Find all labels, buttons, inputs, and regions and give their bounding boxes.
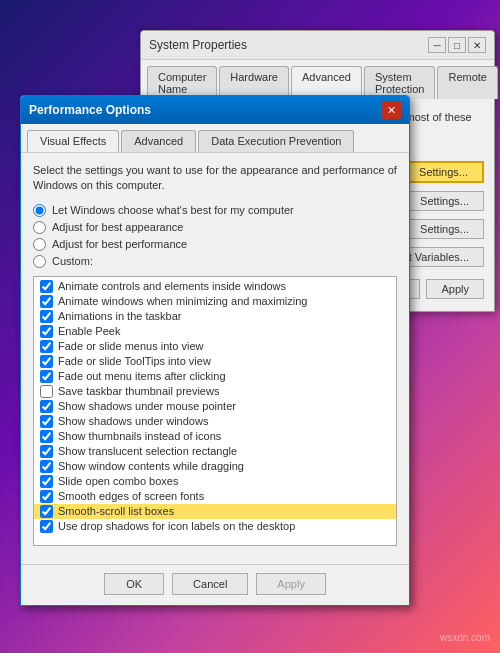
checkbox-list-container[interactable]: Animate controls and elements inside win… [33,276,397,546]
checkbox-item[interactable]: Animations in the taskbar [34,309,396,324]
perf-tabs: Visual Effects Advanced Data Execution P… [21,124,409,153]
checkbox-label: Show translucent selection rectangle [58,445,237,457]
checkbox-input[interactable] [40,520,53,533]
close-button[interactable]: ✕ [468,37,486,53]
checkbox-input[interactable] [40,385,53,398]
checkbox-item[interactable]: Show window contents while dragging [34,459,396,474]
checkbox-input[interactable] [40,340,53,353]
perf-tab-visual-effects[interactable]: Visual Effects [27,130,119,152]
checkbox-label: Animate windows when minimizing and maxi… [58,295,307,307]
checkbox-label: Smooth edges of screen fonts [58,490,204,502]
checkbox-input[interactable] [40,445,53,458]
checkbox-item[interactable]: Save taskbar thumbnail previews [34,384,396,399]
checkbox-label: Fade or slide menus into view [58,340,204,352]
checkbox-label: Use drop shadows for icon labels on the … [58,520,295,532]
checkbox-input[interactable] [40,475,53,488]
apply-button[interactable]: Apply [256,573,326,595]
checkbox-item[interactable]: Use drop shadows for icon labels on the … [34,519,396,534]
radio-best-appearance-input[interactable] [33,221,46,234]
checkbox-input[interactable] [40,505,53,518]
checkbox-label: Show thumbnails instead of icons [58,430,221,442]
checkbox-input[interactable] [40,460,53,473]
radio-best-performance[interactable]: Adjust for best performance [33,238,397,251]
checkbox-item[interactable]: Smooth-scroll list boxes [34,504,396,519]
checkbox-label: Show window contents while dragging [58,460,244,472]
radio-best-performance-input[interactable] [33,238,46,251]
performance-options-window: Performance Options ✕ Visual Effects Adv… [20,95,410,606]
checkbox-item[interactable]: Animate windows when minimizing and maxi… [34,294,396,309]
checkbox-item[interactable]: Enable Peek [34,324,396,339]
checkbox-item[interactable]: Slide open combo boxes [34,474,396,489]
checkbox-input[interactable] [40,370,53,383]
checkbox-label: Smooth-scroll list boxes [58,505,174,517]
checkbox-label: Slide open combo boxes [58,475,178,487]
checkbox-input[interactable] [40,325,53,338]
checkbox-label: Save taskbar thumbnail previews [58,385,219,397]
ok-button[interactable]: OK [104,573,164,595]
checkbox-item[interactable]: Animate controls and elements inside win… [34,279,396,294]
checkbox-item[interactable]: Fade or slide ToolTips into view [34,354,396,369]
perf-tab-dep[interactable]: Data Execution Prevention [198,130,354,152]
checkbox-input[interactable] [40,355,53,368]
radio-best-appearance[interactable]: Adjust for best appearance [33,221,397,234]
cancel-button[interactable]: Cancel [172,573,248,595]
checkbox-input[interactable] [40,310,53,323]
checkbox-input[interactable] [40,400,53,413]
apply-button-sysprops[interactable]: Apply [426,279,484,299]
maximize-button[interactable]: □ [448,37,466,53]
radio-custom-input[interactable] [33,255,46,268]
checkbox-label: Fade or slide ToolTips into view [58,355,211,367]
sys-props-tabs: Computer Name Hardware Advanced System P… [141,60,494,99]
checkbox-label: Show shadows under windows [58,415,208,427]
checkbox-item[interactable]: Show shadows under mouse pointer [34,399,396,414]
perf-title: Performance Options [29,103,151,117]
checkbox-list: Animate controls and elements inside win… [34,277,396,536]
radio-custom[interactable]: Custom: [33,255,397,268]
radio-windows-choose[interactable]: Let Windows choose what's best for my co… [33,204,397,217]
checkbox-item[interactable]: Fade or slide menus into view [34,339,396,354]
checkbox-item[interactable]: Show thumbnails instead of icons [34,429,396,444]
tab-remote[interactable]: Remote [437,66,498,99]
checkbox-item[interactable]: Fade out menu items after clicking [34,369,396,384]
watermark: wsxdn.com [440,632,490,643]
checkbox-label: Animations in the taskbar [58,310,182,322]
settings-button-3[interactable]: Settings... [405,219,484,239]
radio-windows-choose-input[interactable] [33,204,46,217]
sys-props-title: System Properties [149,38,247,52]
perf-close-button[interactable]: ✕ [381,101,401,119]
checkbox-input[interactable] [40,415,53,428]
radio-group: Let Windows choose what's best for my co… [33,204,397,268]
checkbox-input[interactable] [40,295,53,308]
perf-tab-advanced[interactable]: Advanced [121,130,196,152]
checkbox-input[interactable] [40,490,53,503]
perf-titlebar: Performance Options ✕ [21,96,409,124]
settings-button-2[interactable]: Settings... [405,191,484,211]
checkbox-label: Enable Peek [58,325,120,337]
performance-settings-button[interactable]: Settings... [403,161,484,183]
checkbox-label: Fade out menu items after clicking [58,370,226,382]
checkbox-input[interactable] [40,280,53,293]
perf-footer: OK Cancel Apply [21,564,409,605]
minimize-button[interactable]: ─ [428,37,446,53]
checkbox-label: Show shadows under mouse pointer [58,400,236,412]
checkbox-item[interactable]: Show shadows under windows [34,414,396,429]
checkbox-label: Animate controls and elements inside win… [58,280,286,292]
sys-props-titlebar: System Properties ─ □ ✕ [141,31,494,60]
checkbox-item[interactable]: Smooth edges of screen fonts [34,489,396,504]
checkbox-input[interactable] [40,430,53,443]
titlebar-controls: ─ □ ✕ [428,37,486,53]
checkbox-item[interactable]: Show translucent selection rectangle [34,444,396,459]
perf-body: Select the settings you want to use for … [21,153,409,564]
perf-description: Select the settings you want to use for … [33,163,397,194]
